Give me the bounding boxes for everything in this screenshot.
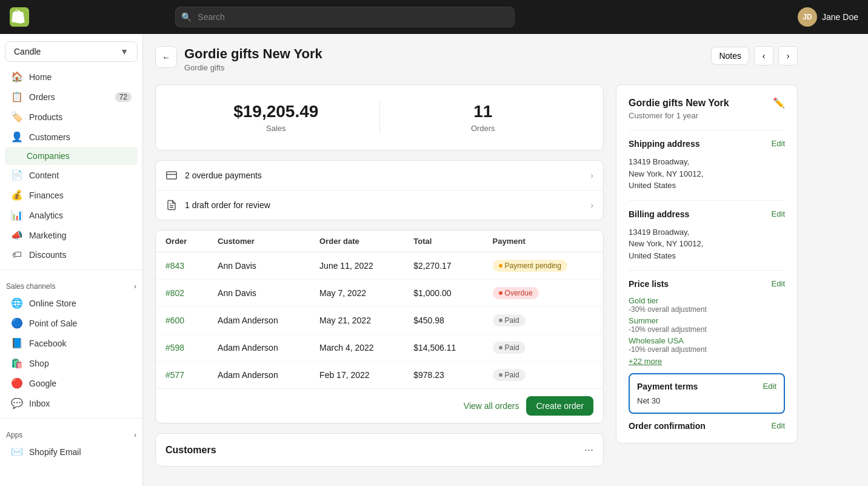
apps-label: Apps › — [0, 424, 142, 442]
alert-text-draft: 1 draft order for review — [185, 200, 583, 210]
order-number: #577 — [156, 362, 208, 389]
sidebar-item-marketing[interactable]: 📣 Marketing — [5, 225, 138, 245]
order-date: June 11, 2022 — [310, 252, 404, 280]
sidebar-item-label: Finances — [29, 191, 64, 200]
table-row: #598 Adam Anderson March 4, 2022 $14,506… — [156, 334, 603, 362]
sidebar-item-analytics[interactable]: 📊 Analytics — [5, 205, 138, 225]
price-lists-container: Gold tier -30% overall adjustment Summer… — [629, 296, 785, 354]
sidebar-item-finances[interactable]: 💰 Finances — [5, 185, 138, 205]
nav-section-sales: 🌐 Online Store 🔵 Point of Sale 📘 Faceboo… — [0, 293, 142, 413]
chevron-right-icon-2: › — [134, 431, 136, 439]
order-link[interactable]: #802 — [165, 288, 184, 298]
order-link[interactable]: #598 — [165, 343, 184, 353]
page-title-area: Gordie gifts New York Gordie gifts — [184, 46, 322, 72]
chevron-down-icon: ▼ — [120, 47, 129, 56]
avatar[interactable]: JD — [798, 7, 817, 27]
order-link[interactable]: #577 — [165, 370, 184, 380]
sidebar-item-orders[interactable]: 📋 Orders 72 — [5, 87, 138, 107]
shipping-address: 13419 Broadway,New York, NY 10012,United… — [629, 156, 785, 192]
table-row: #577 Adam Anderson Feb 17, 2022 $978.23 … — [156, 362, 603, 389]
sidebar-item-label: Inbox — [29, 399, 50, 408]
search-input[interactable] — [175, 7, 515, 27]
sidebar-item-google[interactable]: 🔴 Google — [5, 373, 138, 393]
panel-edit-button[interactable]: ✏️ — [773, 97, 785, 109]
sidebar-item-point-of-sale[interactable]: 🔵 Point of Sale — [5, 313, 138, 333]
price-list-name[interactable]: Gold tier — [629, 296, 785, 305]
price-lists-edit-link[interactable]: Edit — [772, 279, 785, 288]
col-total: Total — [404, 231, 482, 252]
alert-overdue-payments[interactable]: 2 overdue payments › — [156, 161, 603, 190]
next-button[interactable]: › — [778, 46, 798, 66]
order-link[interactable]: #843 — [165, 261, 184, 271]
col-customer: Customer — [208, 231, 310, 252]
prev-button[interactable]: ‹ — [754, 46, 773, 66]
draft-alert-icon — [165, 199, 178, 211]
order-confirmation-row: Order confirmation Edit — [629, 421, 785, 431]
user-area: JD Jane Doe — [798, 7, 858, 27]
products-icon: 🏷️ — [11, 111, 23, 123]
price-list-name[interactable]: Summer — [629, 316, 785, 325]
chevron-right-icon-alert: › — [590, 170, 593, 180]
page-title: Gordie gifts New York — [184, 46, 322, 62]
payment-badge: Paid — [493, 369, 526, 381]
sidebar-item-label: Content — [29, 170, 59, 180]
more-price-lists-link[interactable]: +22 more — [629, 357, 662, 366]
billing-address: 13419 Broadway,New York, NY 10012,United… — [629, 226, 785, 262]
payment-terms-box: Payment terms Edit Net 30 — [629, 373, 785, 414]
order-confirmation-edit-link[interactable]: Edit — [772, 421, 785, 431]
payment-terms-edit-link[interactable]: Edit — [763, 382, 776, 391]
search-bar[interactable]: 🔍 — [175, 7, 515, 27]
sidebar-item-online-store[interactable]: 🌐 Online Store — [5, 293, 138, 313]
sidebar-item-home[interactable]: 🏠 Home — [5, 67, 138, 87]
page-actions: Notes ‹ › — [711, 46, 798, 66]
order-link[interactable]: #600 — [165, 316, 184, 325]
sidebar-item-companies[interactable]: Companies — [5, 147, 138, 165]
sidebar-item-facebook[interactable]: 📘 Facebook — [5, 333, 138, 353]
table-footer: View all orders Create order — [156, 388, 603, 423]
order-customer: Adam Anderson — [208, 362, 310, 389]
notes-button[interactable]: Notes — [711, 47, 749, 65]
view-all-orders-link[interactable]: View all orders — [464, 401, 519, 411]
order-total: $978.23 — [404, 362, 482, 389]
sidebar-item-inbox[interactable]: 💬 Inbox — [5, 393, 138, 413]
sidebar-item-customers[interactable]: 👤 Customers — [5, 127, 138, 147]
orders-badge: 72 — [115, 92, 132, 102]
sidebar-item-content[interactable]: 📄 Content — [5, 165, 138, 185]
order-customer: Adam Anderson — [208, 307, 310, 334]
table-row: #843 Ann Davis June 11, 2022 $2,270.17 P… — [156, 252, 603, 280]
price-list-name[interactable]: Wholesale USA — [629, 336, 785, 345]
table-row: #802 Ann Davis May 7, 2022 $1,000.00 Ove… — [156, 280, 603, 307]
sidebar-item-label: Shop — [29, 359, 49, 368]
payment-terms-value: Net 30 — [637, 396, 776, 405]
panel-header: Gordie gifts New York ✏️ — [629, 97, 785, 109]
sidebar-item-label: Products — [29, 112, 62, 122]
sales-label: Sales — [173, 124, 379, 133]
orders-card: Order Customer Order date Total Payment … — [155, 230, 604, 424]
analytics-icon: 📊 — [11, 209, 23, 221]
store-name: Candle — [14, 47, 41, 56]
billing-edit-link[interactable]: Edit — [772, 209, 785, 218]
sidebar-item-discounts[interactable]: 🏷 Discounts — [5, 245, 138, 265]
payment-terms-label: Payment terms — [637, 382, 698, 391]
price-list-adjustment: -10% overall adjustment — [629, 325, 785, 334]
back-button[interactable]: ← — [155, 46, 177, 68]
order-date: May 7, 2022 — [310, 280, 404, 307]
chevron-right-icon-alert2: › — [590, 200, 593, 210]
sidebar-item-shopify-email[interactable]: ✉️ Shopify Email — [5, 442, 138, 462]
price-list-item: Gold tier -30% overall adjustment — [629, 296, 785, 314]
inbox-icon: 💬 — [11, 397, 23, 409]
payment-badge: Paid — [493, 314, 526, 326]
orders-label: Orders — [380, 124, 587, 133]
create-order-button[interactable]: Create order — [526, 396, 593, 416]
alert-draft-order[interactable]: 1 draft order for review › — [156, 190, 603, 220]
nav-section-main: 🏠 Home 📋 Orders 72 🏷️ Products 👤 Custome… — [0, 67, 142, 265]
sidebar-item-products[interactable]: 🏷️ Products — [5, 107, 138, 127]
sidebar-item-shop[interactable]: 🛍️ Shop — [5, 353, 138, 373]
shipping-edit-link[interactable]: Edit — [772, 139, 785, 148]
store-selector[interactable]: Candle ▼ — [5, 41, 138, 62]
logo: shopify — [10, 7, 29, 27]
sidebar: Candle ▼ 🏠 Home 📋 Orders 72 🏷️ Products … — [0, 34, 143, 486]
customers-menu-button[interactable]: ··· — [584, 444, 593, 456]
order-total: $450.98 — [404, 307, 482, 334]
discounts-icon: 🏷 — [11, 249, 23, 260]
